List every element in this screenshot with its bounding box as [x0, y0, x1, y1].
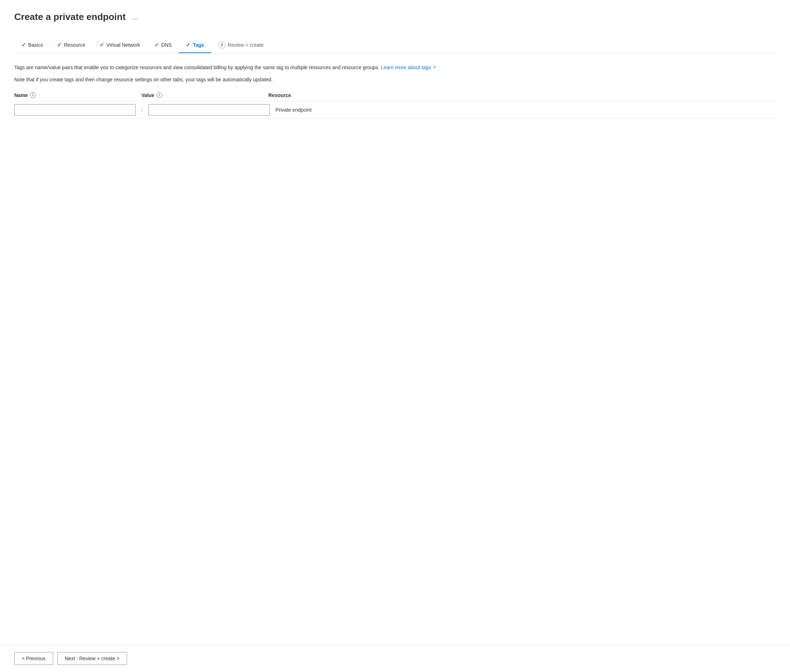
value-info-icon[interactable]: i	[157, 93, 162, 98]
next-button[interactable]: Next : Review + create >	[58, 652, 127, 665]
table-row: : Private endpoint	[14, 101, 776, 119]
tag-value-input[interactable]	[149, 104, 270, 115]
tab-basics[interactable]: ✓ Basics	[14, 37, 50, 53]
tab-review-create-label: Review + create	[228, 42, 264, 48]
tab-dns[interactable]: ✓ DNS	[147, 37, 179, 53]
external-link-icon: ↗	[433, 64, 436, 71]
col-header-name: Name i	[14, 93, 136, 98]
tabs-nav: ✓ Basics ✓ Resource ✓ Virtual Network ✓ …	[14, 37, 776, 53]
tags-table-header: Name i Value i Resource	[14, 93, 776, 101]
footer-bar: < Previous Next : Review + create >	[0, 645, 790, 672]
tab-resource-check: ✓	[57, 42, 62, 48]
tab-review-create-number: 6	[218, 42, 226, 48]
tab-basics-check: ✓	[21, 42, 26, 48]
colon-separator: :	[138, 107, 146, 113]
learn-more-link[interactable]: Learn more about tags ↗	[381, 64, 436, 71]
description-section: Tags are name/value pairs that enable yo…	[14, 64, 776, 84]
tab-virtual-network-check: ✓	[99, 42, 104, 48]
page-title: Create a private endpoint	[14, 11, 126, 22]
resource-text: Private endpoint	[272, 107, 776, 113]
ellipsis-button[interactable]: ...	[130, 12, 140, 22]
tab-tags[interactable]: ✓ Tags	[179, 37, 211, 53]
description-main: Tags are name/value pairs that enable yo…	[14, 64, 776, 71]
tab-tags-label: Tags	[193, 42, 204, 48]
tab-tags-check: ✓	[186, 42, 191, 48]
tag-name-input[interactable]	[14, 104, 136, 115]
col-header-resource: Resource	[268, 93, 776, 98]
tab-virtual-network-label: Virtual Network	[106, 42, 140, 48]
col-header-value: Value i	[141, 93, 263, 98]
name-info-icon[interactable]: i	[30, 93, 36, 98]
note-text: Note that if you create tags and then ch…	[14, 75, 776, 83]
tab-virtual-network[interactable]: ✓ Virtual Network	[93, 37, 147, 53]
tab-basics-label: Basics	[28, 42, 43, 48]
tab-review-create[interactable]: 6 Review + create	[211, 37, 271, 53]
previous-button[interactable]: < Previous	[14, 652, 53, 665]
tab-dns-check: ✓	[154, 42, 159, 48]
tab-resource[interactable]: ✓ Resource	[50, 37, 93, 53]
tab-resource-label: Resource	[64, 42, 85, 48]
learn-more-text: Learn more about tags	[381, 64, 431, 71]
tags-table: Name i Value i Resource : Private endpoi…	[14, 93, 776, 119]
tab-dns-label: DNS	[161, 42, 172, 48]
